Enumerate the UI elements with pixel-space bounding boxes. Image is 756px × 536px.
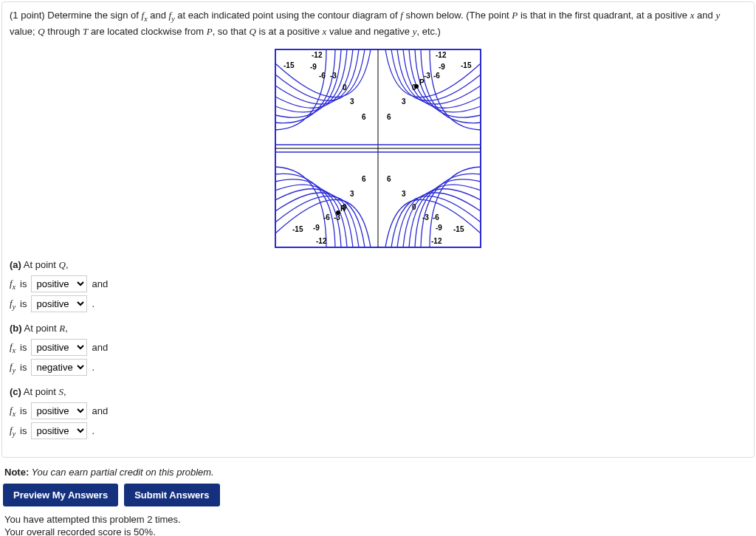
points-label: (1 point) (10, 10, 45, 21)
svg-text:3: 3 (350, 190, 354, 198)
svg-text:-12: -12 (436, 51, 447, 59)
part-b: (b) At point R, fx is ?positivenegativez… (10, 323, 746, 376)
prompt-text: Determine the sign of (47, 10, 141, 21)
part-c-title: (c) At point S, (10, 386, 746, 398)
part-a-fx-select[interactable]: ?positivenegativezero (31, 275, 87, 292)
fy-label: fy (10, 425, 16, 438)
svg-text:-6: -6 (323, 213, 330, 221)
svg-text:-15: -15 (284, 61, 295, 69)
svg-text:-9: -9 (439, 63, 445, 71)
fy-label: fy (10, 298, 16, 311)
contour-svg: -15 -12 -9 -6 -3 0 3 6 -15 -12 -9 -3 -6 … (275, 49, 481, 248)
svg-text:6: 6 (387, 113, 391, 121)
svg-text:R: R (340, 205, 346, 213)
svg-text:-9: -9 (436, 224, 442, 232)
svg-text:6: 6 (362, 175, 366, 183)
svg-text:-3: -3 (424, 72, 430, 80)
part-b-fx-select[interactable]: ?positivenegativezero (31, 339, 87, 356)
problem-container: (1 point) Determine the sign of fx and f… (1, 1, 755, 458)
svg-text:-15: -15 (453, 225, 464, 233)
svg-text:-6: -6 (433, 213, 439, 221)
score-status: Your overall recorded score is 50%. (4, 526, 756, 536)
part-c: (c) At point S, fx is ?positivenegativez… (10, 386, 746, 439)
svg-text:-15: -15 (292, 225, 303, 233)
svg-point-37 (414, 84, 419, 89)
fx-label: fx (10, 278, 16, 291)
preview-button[interactable]: Preview My Answers (3, 484, 118, 506)
svg-text:3: 3 (350, 97, 354, 106)
svg-text:-6: -6 (433, 72, 440, 80)
attempts-status: You have attempted this problem 2 times. (4, 514, 756, 525)
button-bar: Preview My Answers Submit Answers (3, 484, 756, 506)
part-c-fy-select[interactable]: ?positivenegativezero (31, 422, 87, 439)
svg-text:0: 0 (412, 203, 416, 211)
contour-diagram: -15 -12 -9 -6 -3 0 3 6 -15 -12 -9 -3 -6 … (10, 49, 746, 250)
part-b-fy-select[interactable]: ?positivenegativezero (31, 359, 87, 376)
part-b-title: (b) At point R, (10, 323, 746, 334)
svg-text:-3: -3 (422, 213, 429, 221)
svg-text:-9: -9 (313, 224, 320, 232)
svg-text:6: 6 (362, 113, 366, 121)
submit-button[interactable]: Submit Answers (124, 484, 219, 506)
svg-text:0: 0 (343, 83, 347, 92)
answer-parts: (a) At point Q, fx is ?positivenegativez… (10, 259, 746, 439)
svg-text:P: P (419, 78, 425, 86)
part-a-title: (a) At point Q, (10, 259, 746, 271)
svg-text:-12: -12 (312, 51, 323, 59)
fx-symbol: fx (142, 10, 148, 21)
svg-text:-12: -12 (431, 237, 442, 245)
svg-text:-12: -12 (316, 237, 327, 245)
svg-text:-3: -3 (330, 72, 337, 80)
fy-symbol: fy (169, 10, 175, 21)
svg-text:-9: -9 (310, 63, 317, 71)
svg-text:3: 3 (402, 97, 406, 106)
svg-text:-6: -6 (319, 72, 326, 80)
fx-label: fx (10, 405, 16, 418)
fx-label: fx (10, 341, 16, 354)
part-c-fx-select[interactable]: ?positivenegativezero (31, 402, 87, 419)
svg-text:6: 6 (387, 175, 391, 183)
part-a: (a) At point Q, fx is ?positivenegativez… (10, 259, 746, 312)
partial-credit-note: Note: You can earn partial credit on thi… (4, 467, 756, 478)
fy-label: fy (10, 361, 16, 374)
svg-text:-15: -15 (461, 61, 472, 69)
svg-text:3: 3 (402, 190, 406, 198)
part-a-fy-select[interactable]: ?positivenegativezero (31, 295, 87, 312)
problem-prompt: (1 point) Determine the sign of fx and f… (10, 8, 746, 38)
